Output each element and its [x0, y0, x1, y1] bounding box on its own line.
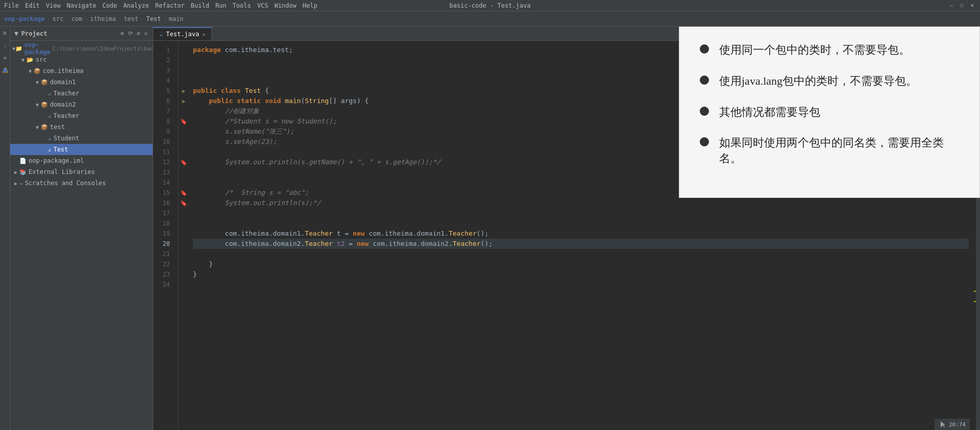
line-num-18: 18: [153, 218, 174, 229]
scratches-icon: ✏️: [19, 180, 23, 187]
menu-vcs[interactable]: VCS: [257, 2, 268, 9]
line-num-5: 5: [153, 86, 174, 96]
project-header: ▼ Project ⊕ ⟳ ⚙ ✕: [10, 27, 153, 41]
gutter-5[interactable]: ▶: [179, 86, 189, 96]
gutter-1: [179, 45, 189, 55]
line-numbers: 1 2 3 4 5 6 7 8 9 10 11 12 13 14 15 16 1…: [153, 41, 179, 430]
menu-bar[interactable]: File Edit View Navigate Code Analyze Ref…: [4, 2, 317, 9]
bookmark-16[interactable]: 🔖: [180, 200, 187, 207]
tree-item-oop-package[interactable]: ▼ 📁 oop-package C:\Users\moon\IdeaProjec…: [10, 43, 153, 54]
line-num-15: 15: [153, 188, 174, 198]
menu-file[interactable]: File: [4, 2, 19, 9]
code-line-21: [193, 249, 969, 259]
tree-label-external-libs: External Libraries: [29, 168, 95, 175]
package-test-icon: 📦: [41, 124, 48, 131]
project-close-icon[interactable]: ✕: [143, 29, 149, 38]
breadcrumb-com[interactable]: com: [71, 15, 83, 22]
project-collapse-icon[interactable]: ⊕: [119, 29, 125, 38]
menu-edit[interactable]: Edit: [25, 2, 40, 9]
gutter-13: [179, 167, 189, 178]
menu-navigate[interactable]: Navigate: [67, 2, 96, 9]
java-file-student-icon: ☕: [48, 135, 52, 142]
project-settings-icon[interactable]: ⚙: [136, 29, 141, 38]
notification-icon[interactable]: 🔔: [1, 65, 10, 74]
tooltip-text-4: 如果同时使用两个包中的同名类，需要用全类名。: [719, 135, 959, 167]
menu-refactor[interactable]: Refactor: [155, 2, 185, 9]
bookmark-15[interactable]: 🔖: [180, 190, 187, 196]
tree-item-teacher-domain2[interactable]: ☕ Teacher: [10, 110, 153, 121]
code-line-22: }: [193, 259, 969, 269]
line-num-24: 24: [153, 280, 174, 290]
tab-test-java[interactable]: ☕ Test.java ✕: [153, 27, 212, 40]
gutter-6[interactable]: ▶: [179, 96, 189, 106]
menu-code[interactable]: Code: [103, 2, 117, 9]
tree-label-test-pkg: test: [50, 123, 65, 131]
bullet-4: [700, 137, 709, 146]
breadcrumb-oop-package[interactable]: oop-package: [4, 15, 44, 22]
breadcrumb-test-class[interactable]: Test: [146, 15, 161, 22]
bullet-1: [700, 44, 709, 54]
tree-item-iml[interactable]: 📄 oop-package.iml: [10, 155, 153, 166]
structure-icon[interactable]: ≡: [1, 53, 10, 62]
window-title: basic-code - Test.java: [450, 2, 531, 9]
tree-item-com-itheima[interactable]: ▼ 📦 com.itheima: [10, 65, 153, 77]
tooltip-text-3: 其他情况都需要导包: [719, 105, 820, 120]
line-num-11: 11: [153, 147, 174, 157]
project-sync-icon[interactable]: ⟳: [127, 29, 134, 38]
run-arrow-6[interactable]: ▶: [182, 98, 186, 105]
bullet-2: [700, 75, 709, 85]
line-num-21: 21: [153, 249, 174, 259]
breadcrumb-src[interactable]: src: [53, 15, 64, 22]
code-line-24: [193, 280, 969, 290]
project-dropdown-icon[interactable]: ▼: [14, 30, 18, 37]
project-header-actions[interactable]: ⊕ ⟳ ⚙ ✕: [119, 29, 149, 38]
menu-analyze[interactable]: Analyze: [123, 2, 149, 9]
breadcrumb-itheima[interactable]: itheima: [90, 15, 116, 22]
gutter-21: [179, 249, 189, 259]
tree-label-src: src: [36, 56, 47, 63]
package-domain1-icon: 📦: [41, 79, 48, 86]
maximize-button[interactable]: ☐: [958, 2, 966, 9]
project-panel: ▼ Project ⊕ ⟳ ⚙ ✕ ▼ 📁 oop-package C:\Use…: [10, 27, 153, 430]
tree-item-scratches[interactable]: ▶ ✏️ Scratches and Consoles: [10, 178, 153, 189]
tree-item-test-class[interactable]: ☕ Test: [10, 144, 153, 155]
breadcrumb-test[interactable]: test: [124, 15, 138, 22]
breadcrumb-main[interactable]: main: [169, 15, 184, 22]
tree-item-domain2[interactable]: ▼ 📦 domain2: [10, 99, 153, 110]
tree-label-teacher-domain1: Teacher: [54, 90, 80, 97]
menu-window[interactable]: Window: [274, 2, 296, 9]
tree-item-student[interactable]: ☕ Student: [10, 133, 153, 144]
tab-close-button[interactable]: ✕: [202, 32, 205, 37]
project-title: Project: [21, 30, 47, 37]
menu-help[interactable]: Help: [303, 2, 317, 9]
tree-item-domain1[interactable]: ▼ 📦 domain1: [10, 77, 153, 88]
bookmark-12[interactable]: 🔖: [180, 159, 187, 166]
tree-item-teacher-domain1[interactable]: ☕ Teacher: [10, 88, 153, 99]
line-num-16: 16: [153, 198, 174, 208]
code-line-19: com.itheima.domain1.Teacher t = new com.…: [193, 229, 969, 239]
line-num-7: 7: [153, 106, 174, 116]
cursor-coords: [939, 420, 949, 428]
window-controls[interactable]: — ☐ ✕: [947, 2, 976, 9]
bookmark-icon[interactable]: ☆: [1, 41, 10, 50]
code-line-20: com.itheima.domain2.Teacher t2 = new com…: [193, 239, 969, 249]
iml-file-icon: 📄: [19, 158, 27, 164]
bullet-3: [700, 107, 709, 116]
code-line-23: }: [193, 269, 969, 280]
tree-item-external-libs[interactable]: ▶ 📚 External Libraries: [10, 166, 153, 178]
menu-tools[interactable]: Tools: [233, 2, 251, 9]
close-button[interactable]: ✕: [968, 2, 976, 9]
notification-badge: [3, 68, 7, 72]
menu-view[interactable]: View: [46, 2, 61, 9]
tree-item-src[interactable]: ▼ 📂 src: [10, 54, 153, 65]
run-arrow-5[interactable]: ▶: [182, 88, 186, 94]
project-icon[interactable]: ⊞: [1, 29, 10, 38]
minimize-button[interactable]: —: [947, 2, 955, 9]
menu-build[interactable]: Build: [191, 2, 209, 9]
tree-item-test-pkg[interactable]: ▼ 📦 test: [10, 121, 153, 133]
gutter-22: [179, 259, 189, 269]
menu-run[interactable]: Run: [215, 2, 227, 9]
tooltip-text-2: 使用java.lang包中的类时，不需要导包。: [719, 73, 917, 89]
bookmark-8[interactable]: 🔖: [180, 118, 187, 125]
line-num-13: 13: [153, 167, 174, 178]
